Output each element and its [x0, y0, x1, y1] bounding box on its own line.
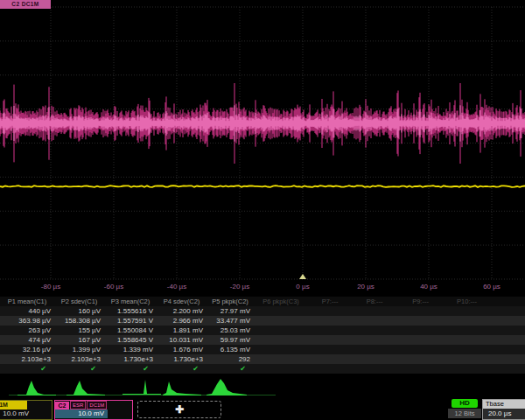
waveform-canvas — [0, 0, 525, 280]
time-tick-label: -20 µs — [230, 283, 249, 290]
add-trace-button[interactable]: ✚ — [137, 401, 221, 418]
c1-trace — [0, 186, 525, 187]
measurement-value: 10.031 mV — [157, 335, 206, 345]
timebase-value: 20.0 µs — [483, 409, 525, 418]
table-row: 2.103e+32.103e+31.730e+31.730e+3292 — [0, 354, 525, 364]
histicon-p5 — [206, 378, 247, 396]
measurement-value: 32.16 µV — [0, 345, 54, 354]
table-row: 32.16 µV1.399 µV1.339 mV1.676 mV6.135 mV — [0, 345, 525, 354]
measurement-value: 1.730e+3 — [157, 354, 206, 364]
table-row: P1 mean(C1)P2 sdev(C1)P3 mean(C2)P4 sdev… — [0, 297, 525, 306]
param-header-inactive[interactable]: P8:--- — [352, 297, 397, 306]
param-header-inactive[interactable]: P10:--- — [444, 297, 490, 306]
channel-c1-descriptor[interactable]: DC1M 10.0 mV — [0, 400, 52, 420]
c2-coupling-badge: DC1M — [87, 401, 107, 410]
param-header-inactive[interactable]: P9:--- — [397, 297, 444, 306]
measurement-value: 155 µV — [54, 326, 104, 335]
param-header[interactable]: P3 mean(C2) — [104, 297, 157, 306]
measurement-value: 292 — [206, 354, 254, 364]
measurement-value: 1.339 mV — [104, 345, 157, 354]
measurement-value: 160 µV — [54, 306, 104, 316]
param-header[interactable]: P4 sdev(C2) — [157, 297, 206, 306]
time-tick-label: 0 µs — [296, 283, 309, 290]
status-check-icon: ✔ — [157, 364, 206, 374]
c1-coupling-badge: DC1M — [0, 401, 27, 410]
time-tick-label: -60 µs — [104, 283, 123, 290]
table-row: ✔✔✔✔✔ — [0, 364, 525, 374]
histicon-p2 — [66, 378, 105, 396]
hd-mode-badge[interactable]: HD — [452, 399, 478, 408]
measurement-value: 27.97 mV — [206, 306, 254, 316]
timebase-descriptor[interactable]: Tbase 20.0 µs — [482, 399, 525, 420]
c2-vdiv-value: 10.0 mV — [55, 410, 108, 418]
c1-vdiv-value: 10.0 mV — [0, 410, 52, 418]
time-tick-label: 40 µs — [420, 283, 438, 290]
measurement-value: 1.730e+3 — [104, 354, 157, 364]
measurement-value: 1.550084 V — [104, 326, 157, 335]
measurement-value: 2.103e+3 — [0, 354, 54, 364]
measurement-table[interactable]: P1 mean(C1)P2 sdev(C1)P3 mean(C2)P4 sdev… — [0, 297, 525, 374]
time-tick-label: -40 µs — [167, 283, 186, 290]
graticule — [0, 7, 525, 279]
param-header[interactable]: P2 sdev(C1) — [54, 297, 104, 306]
measurement-value: 1.676 mV — [157, 345, 206, 354]
measurement-value: 33.477 mV — [206, 316, 254, 326]
measurement-value: 1.555616 V — [104, 306, 157, 316]
measurement-value: 1.558645 V — [104, 335, 157, 345]
param-header[interactable]: P5 pkpk(C2) — [206, 297, 254, 306]
timebase-label: Tbase — [483, 400, 525, 409]
channel-c2-descriptor[interactable]: C2 ESR DC1M 10.0 mV — [54, 400, 133, 420]
time-tick-label: 60 µs — [483, 283, 500, 290]
measurement-value: 2.200 mV — [157, 306, 206, 316]
descriptor-bar: DC1M 10.0 mV C2 ESR DC1M 10.0 mV ✚ HD 12… — [0, 399, 525, 420]
time-tick-label: -80 µs — [41, 283, 60, 290]
measurement-value: 1.891 mV — [157, 326, 206, 335]
status-check-icon: ✔ — [104, 364, 157, 374]
status-check-icon: ✔ — [206, 364, 254, 374]
measurement-value: 474 µV — [0, 335, 54, 345]
measurement-value: 2.103e+3 — [54, 354, 104, 364]
measurement-value: 59.97 mV — [206, 335, 254, 345]
measurement-value: 263 µV — [0, 326, 54, 335]
measurement-value: 363.98 µV — [0, 316, 54, 326]
trace-label-badge: C2 DC1M — [0, 0, 51, 9]
trigger-time-marker[interactable] — [299, 274, 306, 279]
measurement-value: 440 µV — [0, 306, 54, 316]
param-header[interactable]: P1 mean(C1) — [0, 297, 54, 306]
table-row: 263 µV155 µV1.550084 V1.891 mV25.03 mV — [0, 326, 525, 335]
c2-channel-badge: C2 — [55, 402, 69, 410]
table-row: 363.98 µV158.308 µV1.557591 V2.966 mV33.… — [0, 316, 525, 326]
measurement-value: 6.135 mV — [206, 345, 254, 354]
measurement-value: 167 µV — [54, 335, 104, 345]
table-row: 440 µV160 µV1.555616 V2.200 mV27.97 mV — [0, 306, 525, 316]
time-tick-label: 20 µs — [357, 283, 374, 290]
histicon-p4 — [163, 378, 201, 396]
measurement-value: 158.308 µV — [54, 316, 104, 326]
measurement-value: 25.03 mV — [206, 326, 254, 335]
hd-bits-label: 12 Bits — [448, 409, 481, 418]
histicon-p3 — [122, 378, 161, 396]
param-header-inactive[interactable]: P7:--- — [308, 297, 352, 306]
measurement-value: 1.399 µV — [54, 345, 104, 354]
table-row: 474 µV167 µV1.558645 V10.031 mV59.97 mV — [0, 335, 525, 345]
oscilloscope-screen: C2 DC1M -100 µs-80 µs-60 µs-40 µs-20 µs0… — [0, 0, 525, 420]
status-check-icon: ✔ — [0, 364, 54, 374]
measurement-value: 1.557591 V — [104, 316, 157, 326]
param-header-inactive[interactable]: P6 pkpk(C3) — [254, 297, 308, 306]
histicon-p1 — [18, 378, 56, 396]
measurement-value: 2.966 mV — [157, 316, 206, 326]
histicon-row — [0, 376, 525, 398]
status-check-icon: ✔ — [54, 364, 104, 374]
c2-esr-badge: ESR — [70, 401, 86, 410]
time-axis: -100 µs-80 µs-60 µs-40 µs-20 µs0 µs20 µs… — [0, 280, 525, 295]
waveform-display[interactable]: C2 DC1M — [0, 0, 525, 280]
